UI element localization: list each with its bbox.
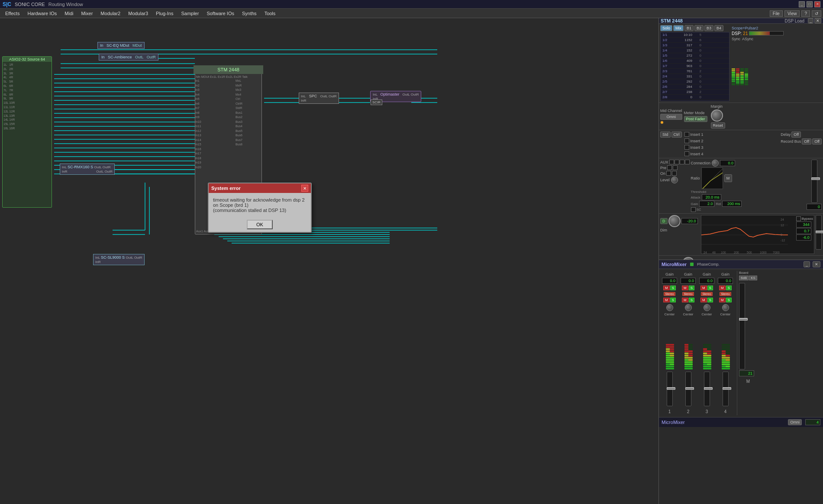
s-btn-3b[interactable]: S: [707, 298, 713, 302]
ks-button[interactable]: KS: [749, 276, 757, 280]
micromixer-minimize-btn[interactable]: _: [804, 261, 810, 267]
ch1-fader[interactable]: [667, 372, 673, 406]
close-button[interactable]: ✕: [814, 1, 820, 7]
dialog-close-button[interactable]: ✕: [301, 185, 308, 192]
menu-sampler[interactable]: Sampler: [178, 10, 202, 17]
s-btn-2[interactable]: S: [689, 286, 694, 290]
sc-eq-module[interactable]: In SC-EQ MDut MDut: [97, 42, 145, 49]
m-btn-1b[interactable]: M: [663, 298, 670, 302]
aux-ch2[interactable]: [675, 160, 679, 164]
s-btn-1[interactable]: S: [670, 286, 676, 290]
m-btn-1[interactable]: M: [663, 286, 670, 290]
asio-module[interactable]: ASIO2-32 Source 64 1L 1R2L 2R3L 3R4L 4R5…: [2, 56, 52, 208]
insert-1-checkbox[interactable]: [684, 132, 689, 137]
stereo-btn-4[interactable]: Stereo: [720, 292, 731, 296]
b4-button[interactable]: B4: [714, 25, 723, 31]
view-button[interactable]: View: [784, 10, 800, 17]
delay-off-button[interactable]: Off: [791, 132, 801, 138]
reset-button[interactable]: Reset: [711, 122, 726, 128]
center-knob-4[interactable]: [722, 304, 729, 311]
eq-fader-thumb[interactable]: [816, 231, 823, 233]
omni-bottom-btn[interactable]: Omni: [788, 419, 802, 425]
m-btn-2[interactable]: M: [682, 286, 688, 290]
insert-3-checkbox[interactable]: [684, 145, 689, 150]
margin-knob[interactable]: [711, 109, 723, 122]
ok-button[interactable]: OK: [247, 220, 273, 229]
record-bus-off2-button[interactable]: Off: [812, 138, 822, 144]
scrmx-module[interactable]: InL SC-RMX160 S OutL OutR InR OutL OutR: [60, 164, 115, 175]
mix-button[interactable]: Mix: [673, 25, 684, 31]
ctrl-button[interactable]: Ctrl: [671, 132, 682, 138]
ch3-fader[interactable]: [704, 372, 710, 406]
ch3-fader-thumb[interactable]: [704, 387, 713, 390]
center-knob-3[interactable]: [704, 304, 710, 311]
s-btn-2b[interactable]: S: [689, 298, 694, 302]
s-btn-3[interactable]: S: [707, 286, 713, 290]
main-fader[interactable]: [811, 160, 817, 203]
panel-minimize-btn[interactable]: _: [808, 18, 813, 23]
center-knob-1[interactable]: [666, 304, 673, 311]
m-button[interactable]: M: [724, 174, 732, 182]
std-button[interactable]: Std: [660, 132, 671, 138]
minimize-button[interactable]: _: [799, 1, 805, 7]
b1-button[interactable]: B1: [684, 25, 694, 31]
6db-button[interactable]: 6dB: [739, 276, 749, 280]
scir-module[interactable]: SCIR: [371, 100, 382, 105]
m-btn-3[interactable]: M: [700, 286, 707, 290]
omni-button[interactable]: Omni: [660, 114, 682, 120]
menu-mixer[interactable]: Mixer: [77, 10, 96, 17]
micromixer-close-btn[interactable]: ✕: [813, 261, 820, 267]
post-fader-button[interactable]: Post Fader: [684, 116, 707, 122]
ch1-fader-thumb[interactable]: [667, 387, 675, 390]
master-fader-thumb[interactable]: [739, 318, 748, 321]
sc-ambience-module[interactable]: In SC-Ambience OutL OutR: [99, 54, 158, 61]
menu-software-ios[interactable]: Software IOs: [203, 10, 238, 17]
maximize-button[interactable]: □: [807, 1, 813, 7]
refresh-button[interactable]: ↺: [812, 10, 821, 17]
solo-button[interactable]: Solo: [660, 25, 672, 31]
panel-close-btn[interactable]: ✕: [814, 18, 821, 23]
menu-hardware-ios[interactable]: Hardware IOs: [24, 10, 60, 17]
level-knob[interactable]: [671, 177, 678, 183]
master-fader[interactable]: [739, 283, 745, 369]
sc-checkbox[interactable]: [691, 207, 696, 212]
s-btn-4[interactable]: S: [726, 286, 732, 290]
eq-fader[interactable]: [816, 215, 822, 250]
aux-ch3[interactable]: [680, 160, 684, 164]
stereo-btn-3[interactable]: Stereo: [701, 292, 713, 296]
stereo-btn-1[interactable]: Stereo: [664, 292, 675, 296]
insert-2-checkbox[interactable]: [684, 138, 689, 143]
menu-effects[interactable]: Effects: [2, 10, 23, 17]
b3-button[interactable]: B3: [704, 25, 713, 31]
spc-module[interactable]: InL SPC OutL OutR InR: [299, 93, 339, 104]
file-button[interactable]: File: [770, 10, 783, 17]
menu-midi[interactable]: Midi: [61, 10, 77, 17]
record-bus-off1-button[interactable]: Off: [802, 138, 811, 144]
s-btn-1b[interactable]: S: [670, 298, 676, 302]
d-button[interactable]: D: [660, 218, 668, 224]
connection-knob[interactable]: [712, 160, 719, 167]
menu-plug-ins[interactable]: Plug-Ins: [152, 10, 177, 17]
on-ch1[interactable]: [666, 171, 671, 176]
main-fader-thumb[interactable]: [811, 177, 820, 180]
stereo-btn-2[interactable]: Stereo: [682, 292, 694, 296]
bypass-checkbox[interactable]: [796, 216, 801, 221]
pre-ch2[interactable]: [673, 165, 678, 170]
menu-modular3[interactable]: Modular3: [125, 10, 152, 17]
m-btn-2b[interactable]: M: [682, 298, 688, 302]
ch4-fader-thumb[interactable]: [723, 387, 731, 390]
aux-ch1[interactable]: [669, 160, 674, 164]
aux-ch4[interactable]: [685, 160, 690, 164]
m-btn-3b[interactable]: M: [700, 298, 707, 302]
center-knob-2[interactable]: [685, 304, 692, 311]
m-btn-4b[interactable]: M: [719, 298, 726, 302]
ch2-fader-thumb[interactable]: [685, 387, 694, 390]
on-ch2[interactable]: [672, 171, 677, 176]
s-btn-4b[interactable]: S: [726, 298, 732, 302]
help-button[interactable]: ?: [801, 10, 810, 17]
b2-button[interactable]: B2: [694, 25, 704, 31]
scsl9000-module[interactable]: InL SC-SL9000 S OutL OutR InR: [93, 254, 145, 265]
menu-synths[interactable]: Synths: [239, 10, 260, 17]
ch4-fader[interactable]: [723, 372, 729, 406]
menu-tools[interactable]: Tools: [261, 10, 279, 17]
